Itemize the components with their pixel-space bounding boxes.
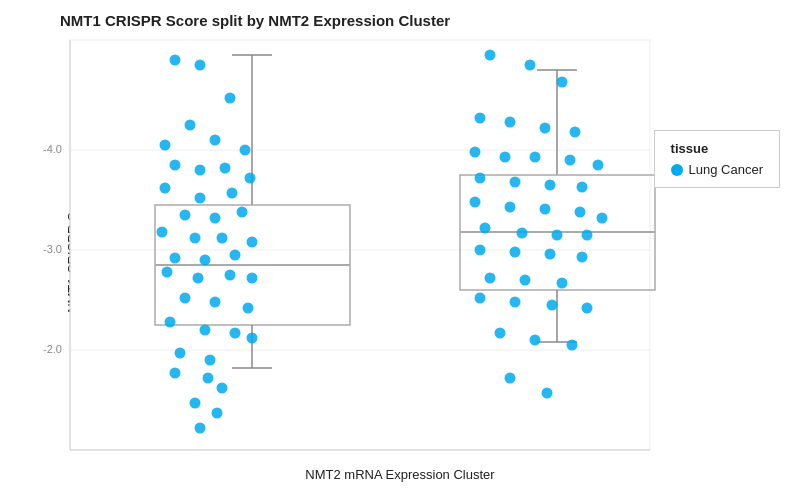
svg-point-30 [220, 163, 231, 174]
svg-point-70 [570, 127, 581, 138]
svg-point-64 [485, 50, 496, 61]
svg-point-96 [475, 293, 486, 304]
svg-point-60 [217, 383, 228, 394]
svg-point-72 [500, 152, 511, 163]
svg-point-32 [160, 183, 171, 194]
svg-point-45 [162, 267, 173, 278]
svg-text:-2.0: -2.0 [43, 343, 62, 355]
svg-point-85 [480, 223, 491, 234]
svg-point-79 [577, 182, 588, 193]
svg-point-67 [475, 113, 486, 124]
svg-point-49 [180, 293, 191, 304]
svg-point-88 [582, 230, 593, 241]
svg-point-74 [565, 155, 576, 166]
svg-point-102 [567, 340, 578, 351]
svg-point-39 [190, 233, 201, 244]
svg-point-23 [225, 93, 236, 104]
svg-point-80 [470, 197, 481, 208]
svg-point-66 [557, 77, 568, 88]
svg-point-59 [203, 373, 214, 384]
svg-point-38 [157, 227, 168, 238]
svg-point-33 [195, 193, 206, 204]
svg-text:-3.0: -3.0 [43, 243, 62, 255]
svg-point-53 [200, 325, 211, 336]
svg-point-29 [195, 165, 206, 176]
svg-point-97 [510, 297, 521, 308]
svg-point-34 [227, 188, 238, 199]
svg-point-31 [245, 173, 256, 184]
svg-point-46 [193, 273, 204, 284]
svg-point-37 [237, 207, 248, 218]
svg-point-41 [247, 237, 258, 248]
svg-point-56 [175, 348, 186, 359]
svg-point-89 [475, 245, 486, 256]
svg-point-22 [195, 60, 206, 71]
svg-point-43 [200, 255, 211, 266]
svg-point-83 [575, 207, 586, 218]
legend-item-lung-cancer: Lung Cancer [671, 162, 763, 177]
svg-text:-4.0: -4.0 [43, 143, 62, 155]
svg-point-47 [225, 270, 236, 281]
svg-point-65 [525, 60, 536, 71]
svg-point-51 [243, 303, 254, 314]
svg-point-55 [247, 333, 258, 344]
chart-container: NMT1 CRISPR Score split by NMT2 Expressi… [0, 0, 800, 500]
legend-label: Lung Cancer [689, 162, 763, 177]
svg-point-62 [212, 408, 223, 419]
svg-point-98 [547, 300, 558, 311]
svg-point-44 [230, 250, 241, 261]
svg-point-24 [185, 120, 196, 131]
svg-point-36 [210, 213, 221, 224]
svg-point-61 [190, 398, 201, 409]
svg-point-71 [470, 147, 481, 158]
svg-point-21 [170, 55, 181, 66]
legend-dot [671, 164, 683, 176]
svg-point-48 [247, 273, 258, 284]
svg-point-58 [170, 368, 181, 379]
svg-point-92 [577, 252, 588, 263]
svg-point-40 [217, 233, 228, 244]
svg-rect-0 [70, 40, 650, 450]
svg-point-95 [557, 278, 568, 289]
svg-point-42 [170, 253, 181, 264]
svg-point-78 [545, 180, 556, 191]
svg-point-87 [552, 230, 563, 241]
chart-svg: -4.0 -3.0 -2.0 [0, 0, 800, 500]
legend-title: tissue [671, 141, 763, 156]
svg-point-91 [545, 249, 556, 260]
svg-point-81 [505, 202, 516, 213]
svg-point-104 [542, 388, 553, 399]
svg-point-90 [510, 247, 521, 258]
svg-point-52 [165, 317, 176, 328]
svg-point-57 [205, 355, 216, 366]
svg-point-54 [230, 328, 241, 339]
svg-point-35 [180, 210, 191, 221]
svg-point-93 [485, 273, 496, 284]
svg-point-68 [505, 117, 516, 128]
svg-point-84 [597, 213, 608, 224]
svg-point-69 [540, 123, 551, 134]
svg-point-73 [530, 152, 541, 163]
svg-point-76 [475, 173, 486, 184]
svg-point-28 [170, 160, 181, 171]
svg-point-75 [593, 160, 604, 171]
svg-point-94 [520, 275, 531, 286]
svg-point-25 [160, 140, 171, 151]
svg-point-27 [240, 145, 251, 156]
svg-point-77 [510, 177, 521, 188]
svg-point-103 [505, 373, 516, 384]
svg-point-99 [582, 303, 593, 314]
svg-point-82 [540, 204, 551, 215]
svg-point-101 [530, 335, 541, 346]
svg-point-86 [517, 228, 528, 239]
svg-point-50 [210, 297, 221, 308]
svg-point-26 [210, 135, 221, 146]
svg-point-63 [195, 423, 206, 434]
svg-point-100 [495, 328, 506, 339]
legend-box: tissue Lung Cancer [654, 130, 780, 188]
